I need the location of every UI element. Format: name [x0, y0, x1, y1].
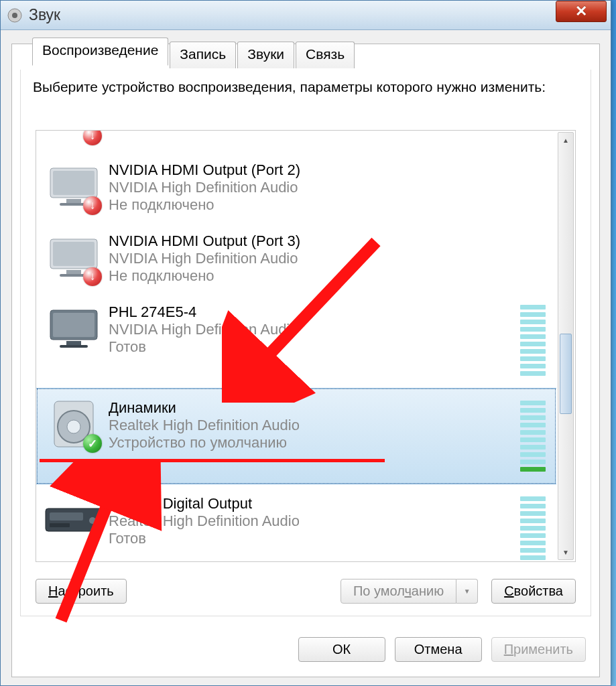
- svg-rect-7: [53, 242, 95, 266]
- device-status: Готов: [109, 530, 520, 547]
- unplugged-badge-icon: ↓: [83, 196, 102, 215]
- annotation-underline: [40, 459, 385, 462]
- svg-rect-11: [53, 313, 95, 337]
- device-driver: Realtek High Definition Audio: [109, 512, 520, 530]
- svg-rect-4: [66, 199, 81, 203]
- dialog-content: Воспроизведение Запись Звуки Связь Выбер…: [11, 44, 600, 677]
- properties-button[interactable]: Свойства: [491, 579, 576, 604]
- configure-button[interactable]: Настроить: [36, 579, 127, 604]
- device-name: PHL 274E5-4: [109, 303, 520, 321]
- monitor-icon: [42, 301, 106, 356]
- apply-button[interactable]: Применить: [491, 637, 586, 662]
- svg-point-16: [67, 420, 80, 433]
- unplugged-badge-icon: ↓: [83, 267, 102, 286]
- svg-rect-20: [50, 523, 70, 527]
- titlebar: Звук ✕: [1, 1, 611, 30]
- device-row[interactable]: ↓ NVIDIA HDMI Output (Port 3) NVIDIA Hig…: [36, 222, 556, 293]
- panel-buttons: Настроить По умолчанию ▼ Свойства: [36, 579, 576, 604]
- device-status: Устройство по умолчанию: [109, 434, 520, 452]
- set-default-dropdown[interactable]: По умолчанию ▼: [341, 579, 478, 604]
- tab-recording[interactable]: Запись: [170, 42, 236, 68]
- instruction-text: Выберите устройство воспроизведения, пар…: [21, 70, 591, 102]
- app-icon: [6, 7, 23, 24]
- device-name: Динамики: [109, 399, 520, 417]
- device-row[interactable]: PHL 274E5-4 NVIDIA High Definition Audio…: [36, 293, 556, 388]
- svg-rect-12: [66, 341, 81, 345]
- svg-point-1: [12, 13, 17, 18]
- cancel-button[interactable]: Отмена: [395, 637, 482, 662]
- svg-rect-8: [66, 270, 81, 274]
- device-name: Realtek Digital Output: [109, 495, 520, 512]
- playback-panel: Выберите устройство воспроизведения, пар…: [20, 70, 591, 616]
- unplugged-badge-icon: ↓: [83, 131, 102, 145]
- device-status: Готов: [109, 338, 520, 356]
- scrollbar[interactable]: ▲ ▼: [558, 132, 574, 560]
- device-status: Не подключено: [109, 267, 550, 285]
- device-driver: NVIDIA High Definition Audio: [109, 179, 550, 196]
- device-list-container: ↓ ↓: [36, 130, 576, 562]
- device-row-partial[interactable]: ↓: [36, 131, 556, 151]
- tab-sounds[interactable]: Звуки: [237, 42, 294, 68]
- svg-rect-3: [53, 171, 95, 195]
- svg-rect-13: [60, 345, 88, 348]
- device-row[interactable]: Realtek Digital Output Realtek High Defi…: [36, 484, 556, 561]
- ok-button[interactable]: ОК: [298, 637, 385, 662]
- device-list[interactable]: ↓ ↓: [36, 131, 556, 561]
- tab-communications[interactable]: Связь: [296, 42, 355, 68]
- speaker-icon: ✓: [42, 397, 106, 452]
- dialog-buttons: ОК Отмена Применить: [298, 637, 586, 662]
- svg-rect-18: [50, 512, 83, 521]
- monitor-icon: ↓: [42, 230, 106, 285]
- svg-point-19: [89, 517, 96, 524]
- tab-playback[interactable]: Воспроизведение: [32, 38, 168, 66]
- scroll-down-icon[interactable]: ▼: [558, 545, 573, 559]
- device-name: NVIDIA HDMI Output (Port 3): [109, 232, 550, 250]
- device-status: Не подключено: [109, 196, 550, 214]
- default-badge-icon: ✓: [83, 434, 102, 453]
- monitor-icon: ↓: [42, 159, 106, 214]
- digital-output-icon: [42, 492, 106, 547]
- device-row-selected[interactable]: ✓ Динамики Realtek High Definition Audio…: [36, 388, 556, 484]
- device-row[interactable]: ↓ NVIDIA HDMI Output (Port 2) NVIDIA Hig…: [36, 151, 556, 222]
- set-default-label: По умолчанию: [341, 579, 456, 604]
- window-title: Звук: [29, 6, 60, 24]
- scroll-up-icon[interactable]: ▲: [558, 133, 573, 147]
- device-name: NVIDIA HDMI Output (Port 2): [109, 161, 550, 179]
- level-meter: [520, 492, 550, 561]
- close-button[interactable]: ✕: [556, 1, 607, 22]
- scroll-thumb[interactable]: [560, 334, 572, 414]
- device-driver: NVIDIA High Definition Audio: [109, 321, 520, 338]
- chevron-down-icon[interactable]: ▼: [456, 579, 478, 604]
- monitor-icon: ↓: [42, 131, 106, 147]
- device-driver: Realtek High Definition Audio: [109, 417, 520, 434]
- close-icon: ✕: [575, 3, 587, 20]
- device-driver: NVIDIA High Definition Audio: [109, 250, 550, 267]
- level-meter: [520, 301, 550, 380]
- tabstrip: Воспроизведение Запись Звуки Связь: [32, 42, 355, 68]
- sound-dialog: Звук ✕ Воспроизведение Запись Звуки Связ…: [0, 0, 611, 686]
- level-meter: [520, 397, 550, 476]
